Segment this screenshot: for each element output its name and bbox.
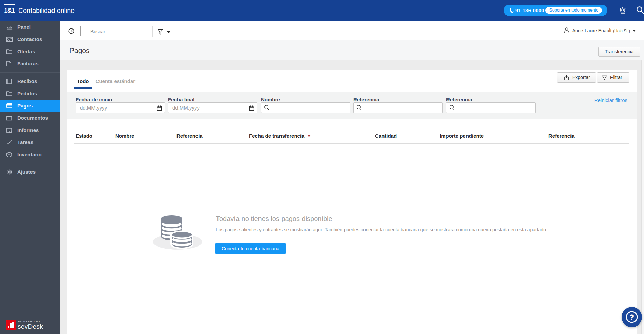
svg-text:?: ? <box>629 313 634 321</box>
